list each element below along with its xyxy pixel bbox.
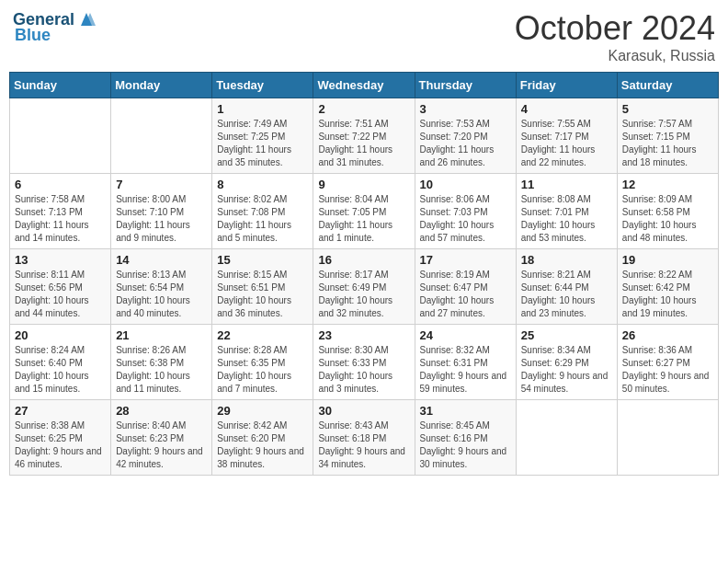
day-number: 17 — [420, 253, 511, 267]
calendar-table: SundayMondayTuesdayWednesdayThursdayFrid… — [9, 72, 719, 476]
day-number: 8 — [217, 178, 308, 191]
calendar-cell: 10Sunrise: 8:06 AMSunset: 7:03 PMDayligh… — [415, 174, 516, 249]
calendar-cell: 25Sunrise: 8:34 AMSunset: 6:29 PMDayligh… — [516, 325, 617, 400]
day-number: 31 — [420, 404, 511, 418]
calendar-cell: 30Sunrise: 8:43 AMSunset: 6:18 PMDayligh… — [313, 400, 415, 476]
location: Karasuk, Russia — [515, 48, 715, 64]
day-info: Sunrise: 8:22 AMSunset: 6:42 PMDaylight:… — [622, 270, 697, 318]
day-info: Sunrise: 8:04 AMSunset: 7:05 PMDaylight:… — [318, 194, 392, 243]
day-number: 2 — [318, 102, 409, 116]
day-number: 30 — [318, 404, 409, 418]
day-number: 3 — [420, 102, 511, 116]
day-number: 18 — [521, 253, 612, 267]
calendar-week-row: 1Sunrise: 7:49 AMSunset: 7:25 PMDaylight… — [10, 98, 719, 174]
day-number: 15 — [217, 253, 308, 267]
calendar-cell: 26Sunrise: 8:36 AMSunset: 6:27 PMDayligh… — [617, 325, 718, 400]
calendar-cell: 12Sunrise: 8:09 AMSunset: 6:58 PMDayligh… — [617, 174, 718, 249]
day-number: 9 — [318, 178, 409, 191]
day-info: Sunrise: 7:51 AMSunset: 7:22 PMDaylight:… — [318, 119, 392, 167]
day-info: Sunrise: 8:45 AMSunset: 6:16 PMDaylight:… — [420, 420, 507, 469]
day-number: 29 — [217, 404, 308, 418]
calendar-cell: 11Sunrise: 8:08 AMSunset: 7:01 PMDayligh… — [516, 174, 617, 249]
weekday-header: Friday — [516, 73, 617, 98]
calendar-cell: 23Sunrise: 8:30 AMSunset: 6:33 PMDayligh… — [313, 325, 415, 400]
day-number: 25 — [521, 328, 612, 342]
calendar-cell: 24Sunrise: 8:32 AMSunset: 6:31 PMDayligh… — [415, 325, 516, 400]
day-number: 21 — [116, 328, 207, 342]
weekday-header: Thursday — [415, 73, 516, 98]
day-number: 28 — [116, 404, 207, 418]
weekday-header: Tuesday — [212, 73, 313, 98]
day-info: Sunrise: 8:13 AMSunset: 6:54 PMDaylight:… — [116, 270, 190, 318]
day-info: Sunrise: 8:06 AMSunset: 7:03 PMDaylight:… — [420, 194, 495, 243]
day-info: Sunrise: 8:21 AMSunset: 6:44 PMDaylight:… — [521, 270, 596, 318]
calendar-cell: 27Sunrise: 8:38 AMSunset: 6:25 PMDayligh… — [10, 400, 111, 476]
day-info: Sunrise: 7:58 AMSunset: 7:13 PMDaylight:… — [15, 194, 89, 243]
day-number: 19 — [622, 253, 713, 267]
day-number: 22 — [217, 328, 308, 342]
calendar-cell: 22Sunrise: 8:28 AMSunset: 6:35 PMDayligh… — [212, 325, 313, 400]
day-info: Sunrise: 8:19 AMSunset: 6:47 PMDaylight:… — [420, 270, 495, 318]
logo-text-blue: Blue — [15, 26, 51, 45]
calendar-cell: 9Sunrise: 8:04 AMSunset: 7:05 PMDaylight… — [313, 174, 415, 249]
calendar-week-row: 13Sunrise: 8:11 AMSunset: 6:56 PMDayligh… — [10, 249, 719, 325]
day-info: Sunrise: 8:28 AMSunset: 6:35 PMDaylight:… — [217, 345, 291, 394]
day-info: Sunrise: 8:43 AMSunset: 6:18 PMDaylight:… — [318, 420, 405, 469]
day-info: Sunrise: 8:17 AMSunset: 6:49 PMDaylight:… — [318, 270, 392, 318]
day-number: 12 — [622, 178, 713, 191]
calendar-cell: 8Sunrise: 8:02 AMSunset: 7:08 PMDaylight… — [212, 174, 313, 249]
day-number: 27 — [15, 404, 106, 418]
day-number: 20 — [15, 328, 106, 342]
day-info: Sunrise: 8:11 AMSunset: 6:56 PMDaylight:… — [15, 270, 89, 318]
day-info: Sunrise: 7:53 AMSunset: 7:20 PMDaylight:… — [420, 119, 495, 167]
day-number: 23 — [318, 328, 409, 342]
weekday-header: Monday — [111, 73, 212, 98]
calendar-cell: 31Sunrise: 8:45 AMSunset: 6:16 PMDayligh… — [415, 400, 516, 476]
calendar-cell — [516, 400, 617, 476]
day-info: Sunrise: 8:00 AMSunset: 7:10 PMDaylight:… — [116, 194, 190, 243]
day-number: 11 — [521, 178, 612, 191]
calendar-cell: 28Sunrise: 8:40 AMSunset: 6:23 PMDayligh… — [111, 400, 212, 476]
day-info: Sunrise: 8:02 AMSunset: 7:08 PMDaylight:… — [217, 194, 291, 243]
day-info: Sunrise: 7:55 AMSunset: 7:17 PMDaylight:… — [521, 119, 596, 167]
day-info: Sunrise: 8:32 AMSunset: 6:31 PMDaylight:… — [420, 345, 507, 394]
calendar-cell: 19Sunrise: 8:22 AMSunset: 6:42 PMDayligh… — [617, 249, 718, 325]
day-number: 7 — [116, 178, 207, 191]
calendar-cell: 21Sunrise: 8:26 AMSunset: 6:38 PMDayligh… — [111, 325, 212, 400]
calendar-week-row: 20Sunrise: 8:24 AMSunset: 6:40 PMDayligh… — [10, 325, 719, 400]
calendar-cell: 29Sunrise: 8:42 AMSunset: 6:20 PMDayligh… — [212, 400, 313, 476]
day-number: 14 — [116, 253, 207, 267]
day-info: Sunrise: 8:40 AMSunset: 6:23 PMDaylight:… — [116, 420, 203, 469]
day-number: 4 — [521, 102, 612, 116]
weekday-header-row: SundayMondayTuesdayWednesdayThursdayFrid… — [10, 73, 719, 98]
day-number: 13 — [15, 253, 106, 267]
day-info: Sunrise: 8:42 AMSunset: 6:20 PMDaylight:… — [217, 420, 304, 469]
day-info: Sunrise: 8:38 AMSunset: 6:25 PMDaylight:… — [15, 420, 102, 469]
calendar-week-row: 6Sunrise: 7:58 AMSunset: 7:13 PMDaylight… — [10, 174, 719, 249]
day-number: 24 — [420, 328, 511, 342]
calendar-week-row: 27Sunrise: 8:38 AMSunset: 6:25 PMDayligh… — [10, 400, 719, 476]
logo-icon — [76, 9, 97, 29]
day-info: Sunrise: 8:08 AMSunset: 7:01 PMDaylight:… — [521, 194, 596, 243]
day-info: Sunrise: 8:09 AMSunset: 6:58 PMDaylight:… — [622, 194, 697, 243]
calendar-cell: 16Sunrise: 8:17 AMSunset: 6:49 PMDayligh… — [313, 249, 415, 325]
day-number: 5 — [622, 102, 713, 116]
title-section: October 2024 Karasuk, Russia — [515, 9, 715, 64]
weekday-header: Wednesday — [313, 73, 415, 98]
day-number: 16 — [318, 253, 409, 267]
day-number: 26 — [622, 328, 713, 342]
day-info: Sunrise: 8:15 AMSunset: 6:51 PMDaylight:… — [217, 270, 291, 318]
calendar-cell — [10, 98, 111, 174]
calendar-cell: 17Sunrise: 8:19 AMSunset: 6:47 PMDayligh… — [415, 249, 516, 325]
calendar-cell: 6Sunrise: 7:58 AMSunset: 7:13 PMDaylight… — [10, 174, 111, 249]
calendar-cell: 14Sunrise: 8:13 AMSunset: 6:54 PMDayligh… — [111, 249, 212, 325]
day-info: Sunrise: 7:57 AMSunset: 7:15 PMDaylight:… — [622, 119, 697, 167]
month-title: October 2024 — [515, 9, 715, 48]
day-info: Sunrise: 8:26 AMSunset: 6:38 PMDaylight:… — [116, 345, 190, 394]
calendar-cell: 5Sunrise: 7:57 AMSunset: 7:15 PMDaylight… — [617, 98, 718, 174]
day-info: Sunrise: 8:24 AMSunset: 6:40 PMDaylight:… — [15, 345, 89, 394]
calendar-cell: 2Sunrise: 7:51 AMSunset: 7:22 PMDaylight… — [313, 98, 415, 174]
day-number: 6 — [15, 178, 106, 191]
day-info: Sunrise: 7:49 AMSunset: 7:25 PMDaylight:… — [217, 119, 291, 167]
calendar-cell — [617, 400, 718, 476]
